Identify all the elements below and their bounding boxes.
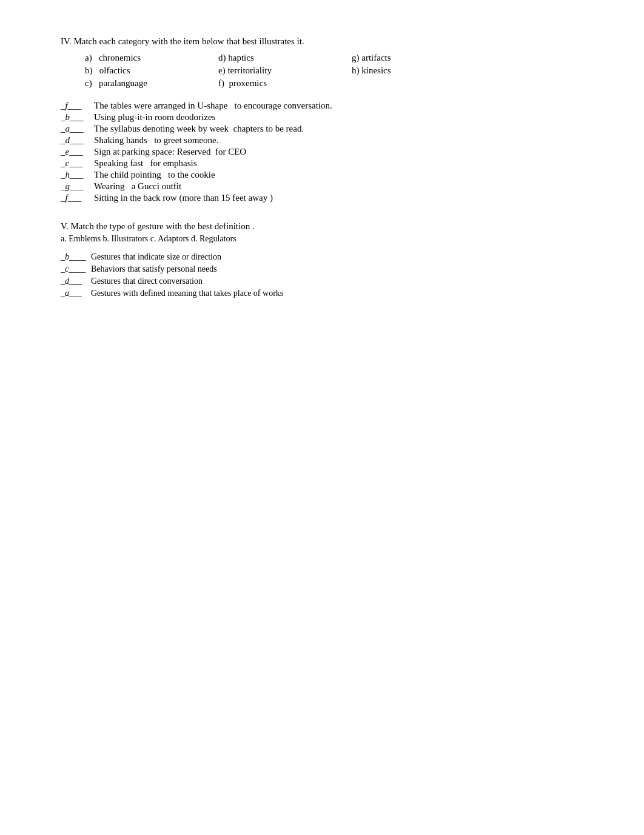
match-v-item-3: _d___ Gestures that direct conversation bbox=[61, 277, 595, 286]
item-v-text-4: Gestures with defined meaning that takes… bbox=[91, 289, 283, 298]
answer-v-3: _d___ bbox=[61, 277, 91, 286]
item-text-6: Speaking fast for emphasis bbox=[94, 158, 595, 169]
answer-4: _d___ bbox=[61, 135, 94, 146]
match-item-1: _f___ The tables were arranged in U-shap… bbox=[61, 101, 595, 111]
item-text-4: Shaking hands to greet someone. bbox=[94, 135, 595, 146]
matching-list-5: _b____ Gestures that indicate size or di… bbox=[61, 252, 595, 298]
match-item-2: _b___ Using plug-it-in room deodorizes bbox=[61, 112, 595, 122]
section-5: V. Match the type of gesture with the be… bbox=[61, 221, 595, 298]
item-text-2: Using plug-it-in room deodorizes bbox=[94, 112, 595, 122]
match-item-4: _d___ Shaking hands to greet someone. bbox=[61, 135, 595, 146]
categories-table: a) chronemics d) haptics g) artifacts b)… bbox=[85, 53, 595, 89]
cat-d: d) haptics bbox=[218, 53, 352, 63]
item-text-3: The syllabus denoting week by week chapt… bbox=[94, 124, 595, 134]
answer-v-4: _a___ bbox=[61, 289, 91, 298]
item-v-text-2: Behaviors that satisfy personal needs bbox=[91, 264, 217, 274]
answer-7: _h___ bbox=[61, 170, 94, 180]
item-text-1: The tables were arranged in U-shape to e… bbox=[94, 101, 595, 111]
answer-2: _b___ bbox=[61, 112, 94, 122]
cat-b: b) olfactics bbox=[85, 65, 218, 76]
answer-1: _f___ bbox=[61, 101, 94, 111]
answer-8: _g___ bbox=[61, 181, 94, 192]
match-item-6: _c___ Speaking fast for emphasis bbox=[61, 158, 595, 169]
section-4-title: IV. Match each category with the item be… bbox=[61, 36, 595, 47]
answer-3: _a___ bbox=[61, 124, 94, 134]
match-item-8: _g___ Wearing a Gucci outfit bbox=[61, 181, 595, 192]
cat-c: c) paralanguage bbox=[85, 78, 218, 89]
category-row-2: b) olfactics e) territoriality h) kinesi… bbox=[85, 65, 595, 76]
category-row-3: c) paralanguage f) proxemics bbox=[85, 78, 595, 89]
cat-f: f) proxemics bbox=[218, 78, 352, 89]
match-v-item-2: _c____ Behaviors that satisfy personal n… bbox=[61, 264, 595, 274]
match-v-item-1: _b____ Gestures that indicate size or di… bbox=[61, 252, 595, 262]
category-row-1: a) chronemics d) haptics g) artifacts bbox=[85, 53, 595, 63]
cat-a: a) chronemics bbox=[85, 53, 218, 63]
matching-list-4: _f___ The tables were arranged in U-shap… bbox=[61, 101, 595, 203]
answer-v-2: _c____ bbox=[61, 264, 91, 274]
section-5-title: V. Match the type of gesture with the be… bbox=[61, 221, 595, 232]
item-v-text-3: Gestures that direct conversation bbox=[91, 277, 203, 286]
cat-g: g) artifacts bbox=[352, 53, 391, 63]
item-text-7: The child pointing to the cookie bbox=[94, 170, 595, 180]
answer-v-1: _b____ bbox=[61, 252, 91, 262]
section-5-options: a. Emblems b. Illustrators c. Adaptors d… bbox=[61, 234, 595, 244]
match-item-3: _a___ The syllabus denoting week by week… bbox=[61, 124, 595, 134]
match-v-item-4: _a___ Gestures with defined meaning that… bbox=[61, 289, 595, 298]
answer-5: _e___ bbox=[61, 147, 94, 157]
match-item-7: _h___ The child pointing to the cookie bbox=[61, 170, 595, 180]
match-item-5: _e___ Sign at parking space: Reserved fo… bbox=[61, 147, 595, 157]
item-text-9: Sitting in the back row (more than 15 fe… bbox=[94, 193, 595, 203]
item-text-5: Sign at parking space: Reserved for CEO bbox=[94, 147, 595, 157]
match-item-9: _f___ Sitting in the back row (more than… bbox=[61, 193, 595, 203]
item-text-8: Wearing a Gucci outfit bbox=[94, 181, 595, 192]
item-v-text-1: Gestures that indicate size or direction bbox=[91, 252, 221, 262]
section-4: IV. Match each category with the item be… bbox=[61, 36, 595, 203]
cat-h: h) kinesics bbox=[352, 65, 391, 76]
cat-e: e) territoriality bbox=[218, 65, 352, 76]
answer-6: _c___ bbox=[61, 158, 94, 169]
answer-9: _f___ bbox=[61, 193, 94, 203]
